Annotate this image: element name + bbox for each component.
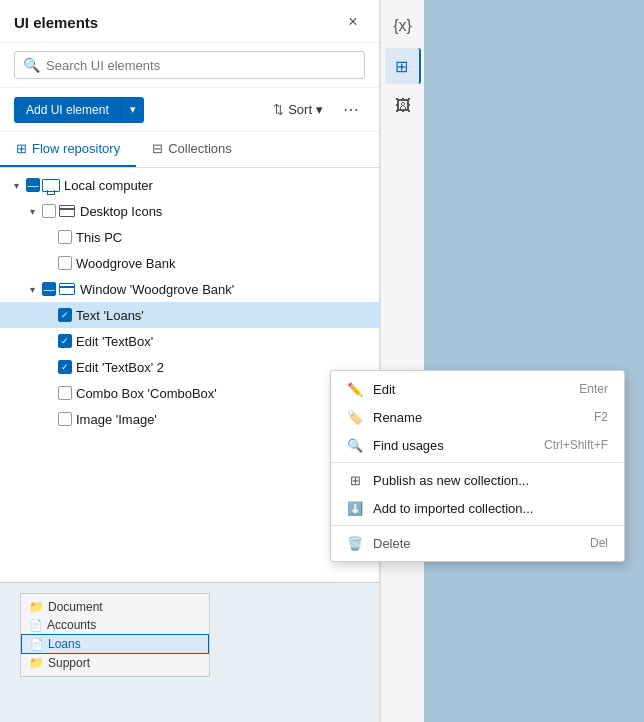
tree-label: Combo Box 'ComboBox' [76,386,217,401]
panel-title: UI elements [14,14,98,31]
tree-label: Image 'Image' [76,412,157,427]
tree-item-image[interactable]: ▶ Image 'Image' [0,406,379,432]
window-blue-icon [58,281,76,297]
close-button[interactable]: × [341,10,365,34]
menu-item-delete[interactable]: 🗑️ Delete Del [331,529,624,557]
checkbox-woodgrove-bank[interactable] [58,256,72,270]
sort-chevron-icon: ▾ [316,102,323,117]
expand-icon: ▾ [24,281,40,297]
image-icon: 🖼 [395,97,411,115]
folder-icon: 📁 [29,656,44,670]
doc-blue-icon: 📄 [30,638,44,651]
checkbox-local-computer[interactable]: — [26,178,40,192]
menu-divider-2 [331,525,624,526]
checkbox-desktop-icons[interactable] [42,204,56,218]
shortcut-delete: Del [590,536,608,550]
checkbox-text-loans[interactable] [58,308,72,322]
preview-item-loans: 📄 Loans [21,634,209,654]
checkbox-edit-textbox-2[interactable] [58,360,72,374]
tree-label: Woodgrove Bank [76,256,176,271]
menu-item-rename[interactable]: 🏷️ Rename F2 [331,403,624,431]
preview-item-accounts: 📄 Accounts [21,616,209,634]
app-container: UI elements × 🔍 Add UI element ▾ Sort ▾ … [0,0,644,722]
tree-container[interactable]: ▾ — Local computer ▾ Desktop Icons [0,168,379,582]
menu-item-add-imported[interactable]: ⬇️ Add to imported collection... [331,494,624,522]
toolbar: Add UI element ▾ Sort ▾ ⋯ [0,88,379,132]
doc-icon: 📄 [29,619,43,632]
trash-icon: 🗑️ [347,535,363,551]
menu-label-find: Find usages [373,438,534,453]
menu-label-rename: Rename [373,410,584,425]
checkbox-this-pc[interactable] [58,230,72,244]
menu-label-delete: Delete [373,536,580,551]
left-panel: UI elements × 🔍 Add UI element ▾ Sort ▾ … [0,0,380,722]
shortcut-find: Ctrl+Shift+F [544,438,608,452]
folder-icon: 📁 [29,600,44,614]
checkbox-window-woodgrove[interactable]: — [42,282,56,296]
sidebar-icon-variables[interactable]: {x} [385,8,421,44]
checkbox-edit-textbox[interactable] [58,334,72,348]
tree-item-woodgrove-bank[interactable]: ▶ Woodgrove Bank [0,250,379,276]
menu-label-publish: Publish as new collection... [373,473,608,488]
expand-icon: ▾ [24,203,40,219]
tree-label: Desktop Icons [80,204,162,219]
search-box: 🔍 [14,51,365,79]
expand-icon: ▾ [8,177,24,193]
import-icon: ⬇️ [347,500,363,516]
preview-label: Loans [48,637,81,651]
add-ui-element-button[interactable]: Add UI element [14,97,121,123]
menu-item-edit[interactable]: ✏️ Edit Enter [331,375,624,403]
tree-item-text-loans[interactable]: ▶ Text 'Loans' [0,302,379,328]
context-menu: ✏️ Edit Enter 🏷️ Rename F2 🔍 Find usages… [330,370,625,562]
search-input[interactable] [46,58,356,73]
panel-header: UI elements × [0,0,379,43]
sidebar-icon-layers[interactable]: ⊞ [385,48,421,84]
more-options-button[interactable]: ⋯ [337,96,365,123]
menu-divider-1 [331,462,624,463]
layers-icon: ⊞ [16,141,27,156]
menu-item-find[interactable]: 🔍 Find usages Ctrl+Shift+F [331,431,624,459]
tree-item-combo-box[interactable]: ▶ Combo Box 'ComboBox' [0,380,379,406]
tree-item-desktop-icons[interactable]: ▾ Desktop Icons [0,198,379,224]
monitor-icon [42,177,60,193]
tab-collections-label: Collections [168,141,232,156]
search-container: 🔍 [0,43,379,88]
tab-collections[interactable]: ⊟ Collections [136,132,248,167]
preview-label: Document [48,600,103,614]
tab-flow-label: Flow repository [32,141,120,156]
shortcut-rename: F2 [594,410,608,424]
tree-item-edit-textbox[interactable]: ▶ Edit 'TextBox' [0,328,379,354]
sort-button[interactable]: Sort ▾ [267,98,329,121]
tree-label: Edit 'TextBox' 2 [76,360,164,375]
variables-icon: {x} [393,17,412,35]
tree-label: This PC [76,230,122,245]
add-ui-element-dropdown-button[interactable]: ▾ [121,97,144,123]
preview-label: Accounts [47,618,96,632]
rename-icon: 🏷️ [347,409,363,425]
menu-item-publish[interactable]: ⊞ Publish as new collection... [331,466,624,494]
tree-label: Window 'Woodgrove Bank' [80,282,234,297]
tree-label: Local computer [64,178,153,193]
sort-icon [273,102,284,117]
checkbox-combo-box[interactable] [58,386,72,400]
menu-label-add-imported: Add to imported collection... [373,501,608,516]
tree-label: Edit 'TextBox' [76,334,153,349]
app-window-preview: 📁 Document 📄 Accounts 📄 Loans 📁 Support [20,593,210,677]
tree-item-edit-textbox-2[interactable]: ▶ Edit 'TextBox' 2 [0,354,379,380]
sidebar-icon-image[interactable]: 🖼 [385,88,421,124]
tree-item-this-pc[interactable]: ▶ This PC [0,224,379,250]
add-btn-group: Add UI element ▾ [14,97,144,123]
tabs-bar: ⊞ Flow repository ⊟ Collections [0,132,379,168]
right-sidebar: {x} ⊞ 🖼 [380,0,424,722]
window-icon [58,203,76,219]
checkbox-image[interactable] [58,412,72,426]
preview-item-document: 📁 Document [21,598,209,616]
search-icon: 🔍 [23,57,40,73]
tree-item-window-woodgrove[interactable]: ▾ — Window 'Woodgrove Bank' [0,276,379,302]
preview-item-support: 📁 Support [21,654,209,672]
tree-item-local-computer[interactable]: ▾ — Local computer [0,172,379,198]
tree-label: Text 'Loans' [76,308,144,323]
app-preview-area: 📁 Document 📄 Accounts 📄 Loans 📁 Support [0,582,379,722]
right-content-area [424,0,644,722]
tab-flow-repository[interactable]: ⊞ Flow repository [0,132,136,167]
